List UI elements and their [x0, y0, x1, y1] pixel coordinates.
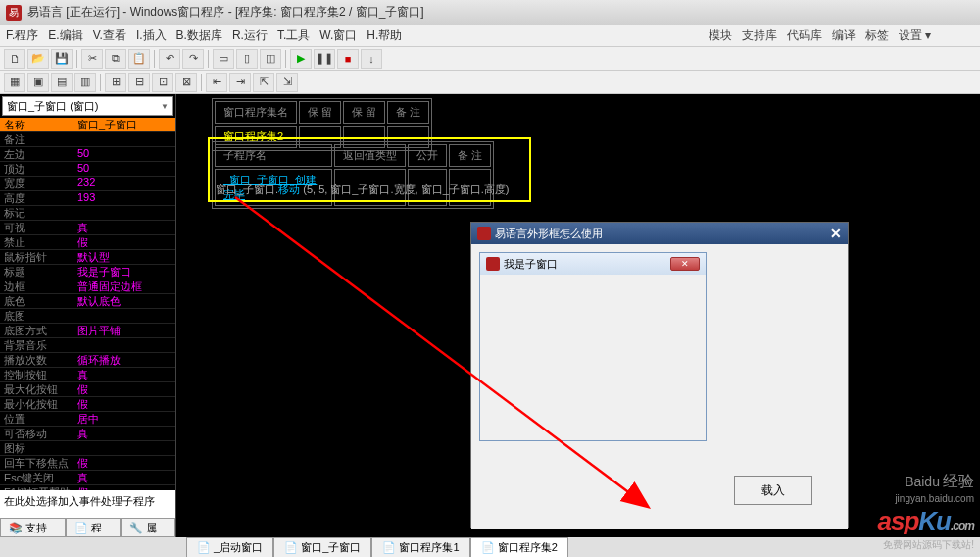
menu-run[interactable]: R.运行	[232, 27, 268, 44]
tb-open[interactable]: 📂	[27, 49, 49, 69]
menu-help[interactable]: H.帮助	[367, 27, 402, 44]
prop-val[interactable]: 假	[74, 456, 175, 471]
prop-key[interactable]: 最大化按钮	[0, 382, 74, 397]
menu-database[interactable]: B.数据库	[176, 27, 222, 44]
prop-key[interactable]: 鼠标指针	[0, 250, 74, 265]
run-window-title[interactable]: 易语言外形框怎么使用 ✕	[471, 223, 848, 244]
tb-a[interactable]: ▭	[213, 49, 234, 69]
menu-insert[interactable]: I.插入	[136, 27, 167, 44]
prop-key[interactable]: 标题	[0, 265, 74, 279]
tb-cut[interactable]: ✂	[81, 49, 103, 69]
tb2-7[interactable]: ⊡	[152, 73, 173, 92]
prop-key[interactable]: 禁止	[0, 235, 74, 250]
prop-val[interactable]: 50	[74, 147, 175, 162]
event-hint[interactable]: 在此处选择加入事件处理子程序	[0, 490, 175, 518]
prop-val[interactable]: 真	[74, 471, 175, 485]
tb-b[interactable]: ▯	[236, 49, 258, 69]
tb-step[interactable]: ↓	[361, 49, 382, 69]
prop-key[interactable]: 控制按钮	[0, 368, 74, 382]
prop-key[interactable]: 底图	[0, 309, 74, 324]
btab-start[interactable]: 📄 _启动窗口	[186, 537, 273, 557]
prop-key[interactable]: 底图方式	[0, 324, 74, 338]
child-window-title[interactable]: 我是子窗口 ✕	[480, 253, 706, 275]
prop-val[interactable]: 默认型	[74, 250, 175, 265]
prop-key[interactable]: 位置	[0, 412, 74, 427]
tb2-5[interactable]: ⊞	[105, 73, 126, 92]
tb2-2[interactable]: ▣	[27, 73, 49, 92]
menu-tools[interactable]: T.工具	[277, 27, 310, 44]
rmenu-tags[interactable]: 标签	[865, 27, 889, 44]
prop-val[interactable]: 默认底色	[74, 294, 175, 309]
stab-props[interactable]: 🔧 属性	[121, 518, 175, 537]
prop-val[interactable]	[74, 338, 175, 353]
prop-val[interactable]: 假	[74, 235, 175, 250]
tb2-10[interactable]: ⇥	[229, 73, 251, 92]
btab-set1[interactable]: 📄 窗口程序集1	[371, 537, 469, 557]
run-window[interactable]: 易语言外形框怎么使用 ✕ 我是子窗口 ✕ 载入	[470, 222, 849, 528]
prop-val[interactable]: 我是子窗口	[74, 265, 175, 279]
prop-val[interactable]: 193	[74, 191, 175, 206]
prop-key[interactable]: 备注	[0, 132, 74, 147]
tb2-1[interactable]: ▦	[4, 73, 25, 92]
prop-key[interactable]: 边框	[0, 279, 74, 294]
tb-new[interactable]: 🗋	[4, 49, 25, 69]
menu-program[interactable]: F.程序	[6, 27, 38, 44]
btab-set2[interactable]: 📄 窗口程序集2	[470, 537, 568, 557]
tb2-8[interactable]: ⊠	[175, 73, 197, 92]
prop-key[interactable]: 标记	[0, 206, 74, 221]
code-call[interactable]: 移动	[278, 183, 300, 195]
prop-val[interactable]: 居中	[74, 412, 175, 427]
prop-val[interactable]: 普通固定边框	[74, 279, 175, 294]
prop-val[interactable]	[74, 132, 175, 147]
menu-window[interactable]: W.窗口	[319, 27, 357, 44]
rmenu-settings[interactable]: 设置 ▾	[899, 27, 931, 44]
prop-key[interactable]: 图标	[0, 441, 74, 456]
code-pre[interactable]: 窗口_子窗口.	[216, 183, 278, 195]
rmenu-lib[interactable]: 支持库	[742, 27, 777, 44]
stab-lib[interactable]: 📚 支持库	[0, 518, 66, 537]
prop-val[interactable]: 232	[74, 177, 175, 191]
menu-edit[interactable]: E.编辑	[48, 27, 82, 44]
object-selector[interactable]: 窗口_子窗口 (窗口)	[2, 96, 173, 116]
prop-key[interactable]: 高度	[0, 191, 74, 206]
tb-paste[interactable]: 📋	[128, 49, 150, 69]
code-args[interactable]: (5, 5, 窗口_子窗口.宽度, 窗口_子窗口.高度)	[300, 183, 509, 195]
prop-val[interactable]: 真	[74, 221, 175, 235]
prop-key[interactable]: 顶边	[0, 162, 74, 177]
prop-key[interactable]: 可视	[0, 221, 74, 235]
tb-undo[interactable]: ↶	[159, 49, 180, 69]
menu-view[interactable]: V.查看	[93, 27, 126, 44]
prop-key[interactable]: 左边	[0, 147, 74, 162]
rmenu-module[interactable]: 模块	[709, 27, 732, 44]
tb2-6[interactable]: ⊟	[128, 73, 150, 92]
prop-val[interactable]: 50	[74, 162, 175, 177]
prop-key[interactable]: 播放次数	[0, 353, 74, 368]
tb-run[interactable]: ▶	[290, 49, 312, 69]
tb-c[interactable]: ◫	[260, 49, 281, 69]
child-window[interactable]: 我是子窗口 ✕	[479, 252, 707, 441]
code-editor[interactable]: 窗口程序集名 保 留 保 留 备 注 窗口程序集2 子程序名 返回值类型 公开 …	[176, 94, 980, 537]
run-window-close[interactable]: ✕	[830, 226, 842, 241]
prop-val[interactable]: 窗口_子窗口	[74, 118, 175, 132]
stab-program[interactable]: 📄 程序	[66, 518, 121, 537]
prop-key[interactable]: 底色	[0, 294, 74, 309]
prop-key[interactable]: 名称	[0, 118, 74, 132]
prop-key[interactable]: 宽度	[0, 177, 74, 191]
tb2-12[interactable]: ⇲	[276, 73, 298, 92]
rmenu-codelib[interactable]: 代码库	[787, 27, 822, 44]
tb2-4[interactable]: ▥	[74, 73, 96, 92]
prop-val[interactable]: 图片平铺	[74, 324, 175, 338]
prop-val[interactable]: 真	[74, 427, 175, 441]
prop-key[interactable]: 最小化按钮	[0, 397, 74, 412]
load-button[interactable]: 载入	[734, 476, 812, 505]
child-window-close[interactable]: ✕	[670, 257, 700, 271]
tb2-11[interactable]: ⇱	[253, 73, 274, 92]
prop-key[interactable]: 可否移动	[0, 427, 74, 441]
prop-val[interactable]: 假	[74, 382, 175, 397]
tb-save[interactable]: 💾	[51, 49, 73, 69]
prop-val[interactable]: 循环播放	[74, 353, 175, 368]
prop-key[interactable]: Esc键关闭	[0, 471, 74, 485]
tb-stop[interactable]: ■	[337, 49, 359, 69]
tb-redo[interactable]: ↷	[182, 49, 204, 69]
tb-pause[interactable]: ❚❚	[314, 49, 335, 69]
